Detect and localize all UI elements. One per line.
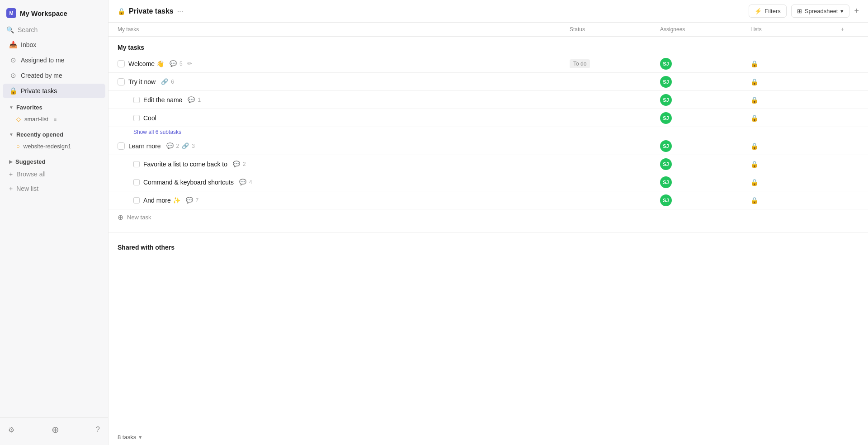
avatar: SJ: [660, 76, 672, 88]
sidebar-item-assigned[interactable]: ⊙ Assigned to me: [3, 53, 105, 67]
section-label-text: My tasks: [118, 44, 144, 51]
link-count: 6: [171, 79, 174, 85]
add-column-icon[interactable]: +: [854, 6, 859, 16]
filter-icon: ⚡: [755, 8, 762, 14]
page-title: Private tasks: [129, 7, 174, 15]
workspace-label: My Workspace: [20, 9, 67, 17]
task-text: And more ✨ 💬 7: [143, 197, 198, 204]
list-lock-icon: 🔒: [750, 142, 758, 150]
smart-list-label: smart-list: [24, 116, 48, 123]
task-text: Favorite a list to come back to 💬 2: [143, 161, 246, 168]
cool-task-label: Cool: [143, 114, 156, 122]
col-add[interactable]: +: [841, 26, 859, 33]
avatar: SJ: [660, 176, 672, 188]
task-checkbox[interactable]: [133, 197, 140, 204]
task-row[interactable]: Try it now 🔗 6 SJ 🔒: [108, 73, 868, 91]
comment-icon: 💬: [186, 197, 193, 204]
suggested-header[interactable]: ▶ Suggested: [3, 155, 105, 167]
assignee-cell: SJ: [660, 194, 750, 206]
spreadsheet-button[interactable]: ⊞ Spreadsheet ▾: [791, 5, 850, 18]
shared-section: Shared with others: [108, 232, 868, 255]
add-space-icon[interactable]: ⊕: [50, 422, 61, 437]
task-checkbox[interactable]: [118, 142, 125, 150]
more-options-icon[interactable]: ···: [177, 7, 183, 15]
tasks-chevron[interactable]: ▾: [139, 434, 142, 440]
main-content: 🔒 Private tasks ··· ⚡ Filters ⊞ Spreadsh…: [108, 0, 868, 445]
sidebar-item-created[interactable]: ⊙ Created by me: [3, 68, 105, 83]
favorite-task-label: Favorite a list to come back to: [143, 161, 227, 168]
task-checkbox[interactable]: [133, 115, 140, 121]
task-meta: 💬 2: [233, 161, 246, 167]
task-text: Edit the name 💬 1: [143, 96, 201, 104]
task-checkbox[interactable]: [133, 179, 140, 185]
task-name-cell: Edit the name 💬 1: [133, 96, 570, 104]
task-row[interactable]: Learn more 💬 2 🔗 3 SJ 🔒: [108, 137, 868, 155]
new-list-button[interactable]: + New list: [3, 182, 105, 195]
recently-chevron: ▼: [9, 132, 14, 137]
task-name-cell: Learn more 💬 2 🔗 3: [118, 142, 570, 150]
task-row[interactable]: Cool SJ 🔒: [108, 109, 868, 127]
sidebar-item-smart-list[interactable]: ◇ smart-list ≡: [3, 113, 105, 125]
browse-all-button[interactable]: + Browse all: [3, 167, 105, 181]
recently-opened-header[interactable]: ▼ Recently opened: [3, 128, 105, 140]
list-lock-icon: 🔒: [750, 179, 758, 186]
col-assignees: Assignees: [660, 26, 750, 33]
spreadsheet-chevron: ▾: [840, 8, 844, 14]
content-footer: 8 tasks ▾: [108, 429, 868, 445]
sidebar-item-inbox[interactable]: 📥 Inbox: [3, 38, 105, 52]
assignee-cell: SJ: [660, 94, 750, 106]
task-row[interactable]: Edit the name 💬 1 SJ 🔒: [108, 91, 868, 109]
task-checkbox[interactable]: [133, 161, 140, 167]
comment-count: 5: [179, 61, 183, 67]
status-badge[interactable]: To do: [570, 59, 590, 68]
task-row[interactable]: Command & keyboard shortcuts 💬 4 SJ 🔒: [108, 173, 868, 191]
task-text: Learn more 💬 2 🔗 3: [128, 142, 195, 150]
task-row[interactable]: And more ✨ 💬 7 SJ 🔒: [108, 191, 868, 209]
help-icon[interactable]: ?: [94, 424, 102, 436]
task-meta: 💬 4: [239, 179, 252, 185]
task-checkbox[interactable]: [118, 60, 125, 67]
avatar: SJ: [660, 140, 672, 152]
lists-cell: 🔒: [750, 78, 841, 85]
topbar-right: ⚡ Filters ⊞ Spreadsheet ▾ +: [749, 5, 859, 18]
assigned-icon: ⊙: [9, 56, 17, 64]
task-text: Try it now 🔗 6: [128, 78, 174, 85]
col-lists: Lists: [750, 26, 841, 33]
sidebar-item-website-redesign[interactable]: ○ website-redesign1: [3, 140, 105, 152]
new-task-button[interactable]: ⊕ New task: [108, 209, 868, 225]
comment-icon: 💬: [188, 96, 195, 103]
workspace-header[interactable]: M My Workspace: [0, 4, 108, 23]
filters-button[interactable]: ⚡ Filters: [749, 5, 786, 18]
lists-cell: 🔒: [750, 60, 841, 67]
col-tasks: My tasks: [118, 26, 570, 33]
new-list-icon: +: [9, 185, 13, 192]
task-checkbox[interactable]: [118, 78, 125, 85]
task-row[interactable]: Welcome 👋 💬 5 ✏ To do SJ 🔒: [108, 55, 868, 73]
comment-icon: 💬: [233, 161, 240, 167]
show-subtasks-link[interactable]: Show all 6 subtasks: [108, 127, 868, 137]
show-subtasks-label: Show all 6 subtasks: [133, 129, 181, 135]
inbox-label: Inbox: [21, 41, 36, 48]
try-task-label: Try it now: [128, 78, 156, 85]
list-lock-icon: 🔒: [750, 96, 758, 104]
task-row[interactable]: Favorite a list to come back to 💬 2 SJ 🔒: [108, 155, 868, 173]
avatar: SJ: [660, 58, 672, 70]
search-bar[interactable]: 🔍 Search: [0, 23, 108, 37]
sidebar-item-private-tasks[interactable]: 🔒 Private tasks: [3, 84, 105, 98]
keyboard-task-label: Command & keyboard shortcuts: [143, 179, 234, 186]
my-tasks-section: My tasks: [108, 37, 868, 55]
favorites-section-header[interactable]: ▼ Favorites: [3, 100, 105, 113]
task-name-cell: And more ✨ 💬 7: [133, 197, 570, 204]
avatar: SJ: [660, 94, 672, 106]
created-icon: ⊙: [9, 71, 17, 80]
task-checkbox[interactable]: [133, 97, 140, 103]
task-meta: 💬 1: [188, 96, 201, 103]
avatar: SJ: [660, 194, 672, 206]
suggested-chevron: ▶: [9, 159, 13, 164]
comment-count: 2: [243, 161, 246, 167]
task-meta: 💬 5: [170, 60, 183, 67]
avatar: SJ: [660, 112, 672, 124]
comment-icon: 💬: [170, 60, 177, 67]
settings-icon[interactable]: ⚙: [6, 424, 16, 436]
task-text: Cool: [143, 114, 156, 122]
